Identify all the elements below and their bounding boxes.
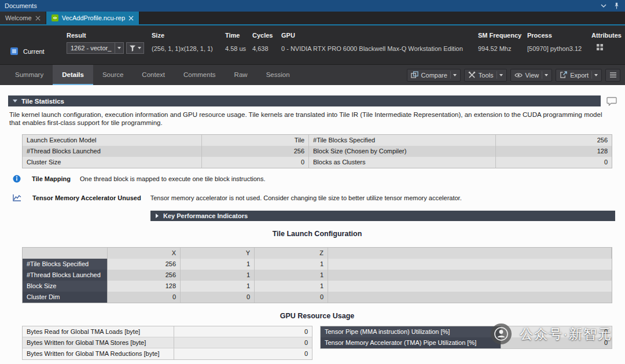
filler-cell: [328, 281, 612, 292]
table-row: Bytes Written for Global TMA Stores [byt…: [23, 337, 312, 348]
attributes-grid-icon[interactable]: [596, 43, 604, 51]
column-header-y: Y: [181, 248, 255, 259]
row-label: Cluster Dim: [23, 292, 108, 303]
gpu-usage-left-table: Bytes Read for Global TMA Loads [byte] 0…: [22, 326, 312, 360]
filter-caret-icon[interactable]: [138, 47, 141, 49]
tab-source[interactable]: Source: [93, 65, 133, 85]
metric-label: Bytes Written for Global TMA Reductions …: [23, 348, 174, 359]
tab-welcome-label: Welcome: [5, 14, 32, 21]
row-label: #Tile Blocks Specified: [23, 259, 108, 270]
stat-key: Cluster Size: [23, 157, 202, 168]
tools-button[interactable]: Tools: [464, 69, 507, 82]
result-column-label: Result: [67, 31, 144, 39]
tools-icon: [468, 71, 476, 79]
stat-key: Launch Execution Model: [23, 135, 202, 146]
metric-label: Bytes Read for Global TMA Loads [byte]: [23, 326, 174, 337]
cell-x: 128: [108, 281, 181, 292]
metric-label: Tensor Pipe (MMA instruction) Utilizatio…: [321, 326, 501, 337]
notice-text: Tensor memory accelerator is not used. C…: [150, 194, 462, 201]
tab-summary[interactable]: Summary: [6, 65, 53, 85]
stat-value: 256: [496, 135, 612, 146]
gpu-resource-usage-tables: Bytes Read for Global TMA Loads [byte] 0…: [22, 326, 612, 360]
notice-text: One thread block is mapped to execute on…: [80, 175, 265, 182]
table-row: Launch Execution Model Tile #Tile Blocks…: [23, 135, 612, 146]
export-button[interactable]: Export: [556, 69, 602, 82]
metric-label: Bytes Written for Global TMA Stores [byt…: [23, 337, 174, 348]
close-icon[interactable]: [35, 16, 41, 21]
table-row: Tensor Pipe (MMA instruction) Utilizatio…: [321, 326, 612, 337]
process-column: Process [50970] python3.12: [527, 31, 582, 53]
view-button[interactable]: View: [510, 69, 553, 82]
tab-comments[interactable]: Comments: [174, 65, 225, 85]
column-header-x: X: [108, 248, 181, 259]
stat-key: #Tile Blocks Specified: [309, 135, 496, 146]
result-select-caret[interactable]: [115, 43, 123, 53]
metric-value: 0: [174, 348, 312, 359]
export-label: Export: [570, 72, 589, 79]
gpu-label: GPU: [281, 31, 463, 39]
attributes-column: Attributes: [591, 31, 622, 51]
tab-context[interactable]: Context: [133, 65, 174, 85]
hamburger-menu-icon: [609, 72, 617, 78]
cycles-label: Cycles: [252, 31, 273, 39]
export-caret-icon[interactable]: [594, 74, 598, 76]
tile-mapping-notice: Tile Mapping One thread block is mapped …: [13, 175, 625, 183]
current-result-icon: [10, 47, 18, 55]
table-row: #Tile Blocks Specified 256 1 1: [23, 259, 612, 270]
tab-vecaddprofile[interactable]: VecAddProfile.ncu-rep: [46, 12, 139, 24]
compare-label: Compare: [421, 72, 447, 79]
tab-session[interactable]: Session: [257, 65, 299, 85]
sm-frequency-value: 994.52 Mhz: [478, 45, 521, 53]
cell-z: 1: [255, 259, 328, 270]
document-tab-bar: Welcome VecAddProfile.ncu-rep: [0, 12, 625, 25]
pin-icon[interactable]: [613, 2, 620, 10]
filler-cell: [328, 292, 612, 303]
page-tab-bar: Summary Details Source Context Comments …: [0, 65, 625, 85]
tab-raw[interactable]: Raw: [225, 65, 257, 85]
gpu-value: 0 - NVIDIA RTX PRO 6000 Blackwell Max-Q …: [281, 45, 463, 53]
cycles-value: 4,638: [252, 45, 273, 53]
cell-z: 1: [255, 270, 328, 281]
details-page-content: Tile Statistics Tile kernel launch confi…: [0, 85, 625, 364]
filter-button[interactable]: [126, 42, 144, 54]
view-caret-icon[interactable]: [545, 74, 548, 76]
collapsed-arrow-icon: [156, 214, 159, 218]
filler-cell: [328, 270, 612, 281]
cell-z: 1: [255, 281, 328, 292]
window-menu-icon[interactable]: [600, 2, 607, 9]
nsight-compute-window: Documents Welcome VecAddProfile.ncu-rep …: [0, 0, 625, 364]
table-row: Bytes Read for Global TMA Loads [byte] 0: [23, 326, 312, 337]
table-row: Block Size 128 1 1: [23, 281, 612, 292]
metric-value: 0: [174, 326, 312, 337]
view-label: View: [525, 72, 539, 79]
tools-caret-icon[interactable]: [499, 74, 503, 76]
table-row: Cluster Size 0 Blocks as Clusters 0: [23, 157, 612, 168]
section-description: Tile kernel launch configuration, execut…: [9, 111, 615, 127]
compare-button[interactable]: Compare: [407, 69, 461, 82]
metric-value: 0: [501, 337, 612, 348]
tab-welcome[interactable]: Welcome: [0, 12, 46, 24]
cell-x: 256: [108, 270, 181, 281]
overflow-menu-button[interactable]: [605, 69, 620, 82]
result-select[interactable]: 1262 - vector_: [67, 42, 124, 54]
nvidia-icon: [52, 14, 58, 21]
time-value: 4.58 us: [225, 45, 246, 53]
tile-statistics-section-header[interactable]: Tile Statistics: [8, 95, 601, 106]
toolbar-buttons: Compare Tools View Export: [407, 69, 625, 82]
notice-title: Tile Mapping: [32, 175, 71, 182]
compare-caret-icon[interactable]: [453, 74, 457, 76]
metric-value: 0: [501, 326, 612, 337]
row-label: Block Size: [23, 281, 108, 292]
info-icon: [13, 175, 21, 183]
comment-bubble-icon[interactable]: [606, 97, 617, 106]
size-label: Size: [152, 31, 213, 39]
table-header-row: X Y Z: [23, 248, 612, 259]
close-icon[interactable]: [128, 16, 134, 21]
table-row: Cluster Dim 0 0 0: [23, 292, 612, 303]
cell-x: 256: [108, 259, 181, 270]
tab-details[interactable]: Details: [53, 65, 93, 85]
filler-cell: [328, 259, 612, 270]
cell-y: 1: [181, 259, 255, 270]
cell-y: 0: [181, 292, 255, 303]
key-performance-indicators-header[interactable]: Key Performance Indicators: [150, 211, 615, 221]
